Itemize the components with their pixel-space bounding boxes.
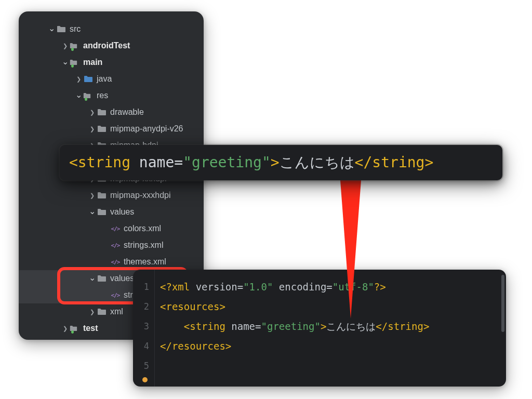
tree-item-main[interactable]: main xyxy=(19,54,204,71)
tree-item-label: values xyxy=(110,207,134,217)
gutter-line-number: 2 xyxy=(135,297,149,316)
zoom-gt: > xyxy=(271,154,280,171)
tree-item-label: main xyxy=(83,58,102,67)
zoom-tag-close: </string> xyxy=(355,154,434,171)
module-folder-icon xyxy=(70,323,80,334)
module-folder-icon xyxy=(70,41,80,51)
editor-scrollbar-thumb[interactable] xyxy=(501,275,504,332)
warning-indicator-icon xyxy=(142,377,148,382)
tree-item-label: mipmap-anydpi-v26 xyxy=(110,124,183,134)
tree-item-java[interactable]: java xyxy=(19,71,204,87)
folder-icon xyxy=(97,124,107,134)
tree-item-label: mipmap-xxxhdpi xyxy=(110,191,170,200)
tree-item-mipmap-anydpi-v26[interactable]: mipmap-anydpi-v26 xyxy=(19,121,204,137)
code-token: encoding xyxy=(273,281,326,292)
folder-icon xyxy=(97,107,107,117)
folder-icon xyxy=(97,307,107,317)
chevron-down-icon[interactable] xyxy=(87,209,97,215)
code-token: = xyxy=(326,281,332,292)
code-token: < xyxy=(160,301,166,312)
code-token: <?xml xyxy=(160,281,190,292)
code-editor[interactable]: 12345 <?xml version="1.0" encoding="utf-… xyxy=(133,270,506,387)
folder-icon xyxy=(83,74,94,84)
code-token: name xyxy=(225,321,255,332)
folder-icon xyxy=(97,190,107,201)
chevron-right-icon[interactable] xyxy=(60,325,70,332)
code-token: "utf-8" xyxy=(332,281,374,292)
tree-item-values[interactable]: values xyxy=(19,204,204,220)
editor-code[interactable]: <?xml version="1.0" encoding="utf-8"?><r… xyxy=(160,277,501,356)
code-line[interactable]: </resources> xyxy=(160,336,501,356)
chevron-right-icon[interactable] xyxy=(87,126,97,132)
chevron-right-icon[interactable] xyxy=(60,43,70,49)
chevron-right-icon[interactable] xyxy=(74,76,83,83)
module-folder-icon xyxy=(83,90,94,101)
code-token: > xyxy=(423,321,429,332)
code-token: version xyxy=(190,281,237,292)
code-token: ?> xyxy=(374,281,386,292)
chevron-right-icon[interactable] xyxy=(87,109,97,116)
code-token: string xyxy=(388,321,423,332)
code-token: resources xyxy=(166,301,219,312)
zoom-tag-open: <string xyxy=(69,154,130,171)
tree-item-label: themes.xml xyxy=(124,257,166,267)
code-token: string xyxy=(190,321,225,332)
code-file-icon: </> xyxy=(110,240,121,250)
code-token: </ xyxy=(160,340,172,352)
code-token: resources xyxy=(172,340,225,352)
tree-item-label: res xyxy=(97,91,108,100)
code-token: < xyxy=(184,321,190,332)
code-token: > xyxy=(225,340,231,352)
code-token xyxy=(160,321,184,332)
tree-item-label: xml xyxy=(110,307,123,316)
code-file-icon: </> xyxy=(110,257,121,267)
chevron-down-icon[interactable] xyxy=(47,26,56,32)
folder-icon xyxy=(97,273,107,284)
zoomed-code-line: <string name="greeting">こんにちは</string> xyxy=(60,145,502,180)
tree-item-label: java xyxy=(97,74,112,84)
tree-item-res[interactable]: res xyxy=(19,87,204,104)
tree-item-colors-xml[interactable]: </>colors.xml xyxy=(19,220,204,237)
tree-item-mipmap-xxxhdpi[interactable]: mipmap-xxxhdpi xyxy=(19,187,204,204)
code-file-icon: </> xyxy=(110,223,121,234)
code-line[interactable]: <?xml version="1.0" encoding="utf-8"?> xyxy=(160,277,501,297)
code-token: > xyxy=(321,321,326,332)
tree-item-label: colors.xml xyxy=(124,224,161,233)
folder-icon xyxy=(97,207,107,217)
tree-item-label: drawable xyxy=(110,108,144,117)
chevron-right-icon[interactable] xyxy=(87,192,97,199)
zoom-attr-value: "greeting" xyxy=(183,154,271,171)
code-token: = xyxy=(255,321,261,332)
gutter-line-number: 1 xyxy=(135,277,149,297)
module-folder-icon xyxy=(70,57,80,68)
tree-item-drawable[interactable]: drawable xyxy=(19,104,204,121)
chevron-down-icon[interactable] xyxy=(87,275,97,282)
code-token: "1.0" xyxy=(243,281,273,292)
folder-icon xyxy=(56,24,66,34)
chevron-right-icon[interactable] xyxy=(87,309,97,315)
editor-gutter: 12345 xyxy=(133,270,155,387)
code-token: こんにちは xyxy=(326,321,376,332)
tree-item-label: test xyxy=(83,324,98,333)
zoom-text: こんにちは xyxy=(280,154,355,171)
tree-item-label: src xyxy=(70,24,81,34)
tree-item-themes-xml[interactable]: </>themes.xml xyxy=(19,254,204,270)
chevron-down-icon[interactable] xyxy=(74,92,83,99)
code-token: </ xyxy=(376,321,388,332)
tree-item-androidtest[interactable]: androidTest xyxy=(19,37,204,54)
gutter-line-number: 5 xyxy=(135,356,149,376)
tree-item-label: androidTest xyxy=(83,41,130,50)
code-token: "greeting" xyxy=(261,321,321,332)
zoom-attr-name: name xyxy=(130,154,174,171)
tree-item-strings-xml[interactable]: </>strings.xml xyxy=(19,237,204,254)
gutter-line-number: 4 xyxy=(135,336,149,356)
code-file-icon: </> xyxy=(110,290,121,300)
tree-item-label: strings.xml xyxy=(124,241,163,250)
zoom-eq: = xyxy=(174,154,183,171)
tree-item-src[interactable]: src xyxy=(19,21,204,37)
code-token: > xyxy=(219,301,225,312)
code-line[interactable]: <resources> xyxy=(160,297,501,316)
code-token: = xyxy=(237,281,243,292)
chevron-down-icon[interactable] xyxy=(60,59,70,65)
code-line[interactable]: <string name="greeting">こんにちは</string> xyxy=(160,316,501,336)
